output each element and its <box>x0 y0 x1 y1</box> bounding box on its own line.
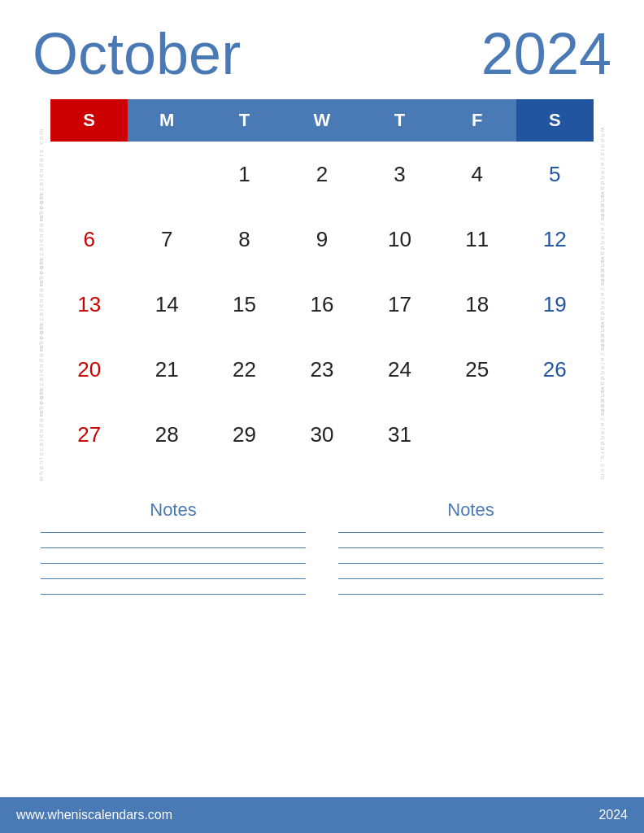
calendar-table: S M T W T F S wheniscalendars.com1234whe… <box>50 99 594 467</box>
calendar-day: 15 <box>206 272 283 337</box>
calendar-day: 24 <box>361 337 438 402</box>
notes-column-left: Notes <box>41 499 306 833</box>
notes-line-10 <box>338 594 603 595</box>
notes-line-7 <box>338 547 603 548</box>
calendar-day: wheniscalendars.com27 <box>50 402 128 467</box>
day-header-row: S M T W T F S <box>50 99 594 142</box>
calendar-day: 25 <box>438 337 516 402</box>
notes-title-right: Notes <box>338 499 603 521</box>
header-thursday: T <box>361 99 438 142</box>
calendar-day: 29 <box>206 402 283 467</box>
notes-line-2 <box>41 547 306 548</box>
header-friday: F <box>438 99 516 142</box>
header-wednesday: W <box>283 99 360 142</box>
week-label-left: wheniscalendars.com <box>37 388 45 482</box>
calendar-day: wheniscalendars.com19 <box>516 272 594 337</box>
notes-line-6 <box>338 532 603 533</box>
calendar-day <box>438 402 516 467</box>
calendar-day: 31 <box>361 402 438 467</box>
calendar-day: 17 <box>361 272 438 337</box>
calendar-day: wheniscalendars.com20 <box>50 337 128 402</box>
calendar-day: 8 <box>206 207 283 272</box>
calendar-day: 1 <box>206 142 283 207</box>
notes-column-right: Notes <box>338 499 603 833</box>
notes-line-1 <box>41 532 306 533</box>
notes-line-4 <box>41 578 306 579</box>
calendar-day: wheniscalendars.com6 <box>50 207 128 272</box>
notes-title-left: Notes <box>41 499 306 521</box>
calendar-day: 9 <box>283 207 360 272</box>
notes-line-5 <box>41 594 306 595</box>
calendar-day: 28 <box>128 402 205 467</box>
calendar-day: 10 <box>361 207 438 272</box>
calendar-row: wheniscalendars.com67891011wheniscalenda… <box>50 207 594 272</box>
calendar-day: 7 <box>128 207 205 272</box>
calendar-day: wheniscalendars.com12 <box>516 207 594 272</box>
calendar-day <box>128 142 205 207</box>
calendar-day: wheniscalendars.com <box>516 402 594 467</box>
calendar-day: wheniscalendars.com26 <box>516 337 594 402</box>
page: October 2024 S M T W T F S wheniscalenda… <box>0 0 644 833</box>
footer-url: www.wheniscalendars.com <box>16 808 172 822</box>
calendar-day: 3 <box>361 142 438 207</box>
calendar-row: wheniscalendars.com2728293031wheniscalen… <box>50 402 594 467</box>
calendar-day: 16 <box>283 272 360 337</box>
month-title: October <box>33 24 241 83</box>
calendar-wrapper: S M T W T F S wheniscalendars.com1234whe… <box>33 99 611 475</box>
calendar-day: 4 <box>438 142 516 207</box>
calendar-day: 18 <box>438 272 516 337</box>
notes-line-8 <box>338 563 603 564</box>
calendar-day: 23 <box>283 337 360 402</box>
calendar-day: 11 <box>438 207 516 272</box>
calendar-day: wheniscalendars.com5 <box>516 142 594 207</box>
header-saturday: S <box>516 99 594 142</box>
week-label-right: wheniscalendars.com <box>599 388 607 482</box>
header: October 2024 <box>33 24 611 83</box>
footer-year: 2024 <box>598 808 628 822</box>
calendar-day: 2 <box>283 142 360 207</box>
calendar-day: wheniscalendars.com <box>50 142 128 207</box>
calendar-row: wheniscalendars.com131415161718wheniscal… <box>50 272 594 337</box>
calendar-day: 22 <box>206 337 283 402</box>
footer: www.wheniscalendars.com 2024 <box>0 797 644 833</box>
calendar-row: wheniscalendars.com1234wheniscalendars.c… <box>50 142 594 207</box>
header-tuesday: T <box>206 99 283 142</box>
calendar-day: 30 <box>283 402 360 467</box>
calendar-day: 14 <box>128 272 205 337</box>
calendar-row: wheniscalendars.com202122232425wheniscal… <box>50 337 594 402</box>
calendar-day: wheniscalendars.com13 <box>50 272 128 337</box>
notes-section: Notes Notes <box>33 499 611 833</box>
notes-line-9 <box>338 578 603 579</box>
header-sunday: S <box>50 99 128 142</box>
notes-line-3 <box>41 563 306 564</box>
calendar-day: 21 <box>128 337 205 402</box>
year-title: 2024 <box>481 24 611 83</box>
header-monday: M <box>128 99 205 142</box>
